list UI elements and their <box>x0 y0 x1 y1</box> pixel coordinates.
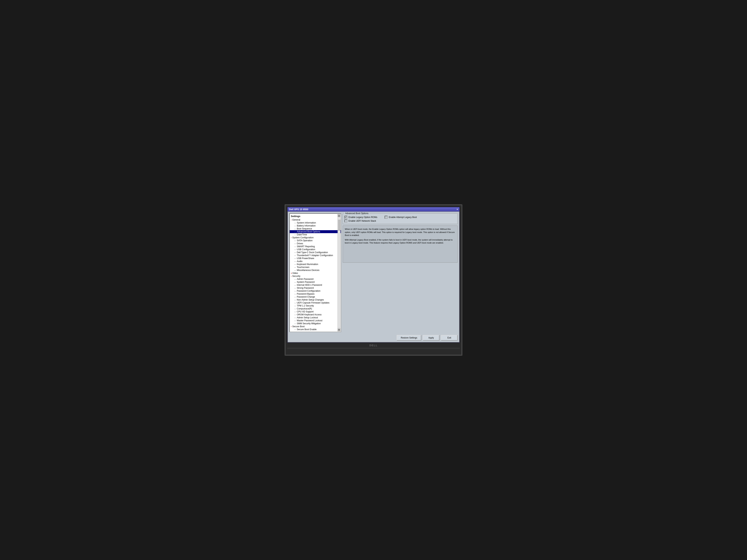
sidebar-item-cpu-xd-support[interactable]: —CPU XD Support <box>290 310 341 313</box>
enable-legacy-option-roms-checkbox[interactable] <box>344 216 347 219</box>
sidebar-item-advanced-boot-options[interactable]: —Advanced Boot Options <box>290 230 341 233</box>
sidebar-item-miscellaneous-devices[interactable]: —Miscellaneous Devices <box>290 269 341 272</box>
sidebar-item-computrace[interactable]: —Computrace(R) <box>290 307 341 310</box>
sidebar-item-system-information[interactable]: —System Information <box>290 221 341 224</box>
sub-label-usb-powershare: USB PowerShare <box>297 257 314 260</box>
main-panel: Advanced Boot Options Enable Legacy Opti… <box>343 213 458 332</box>
sub-label-uefi-capsule: UEFI Capsule Firmware Updates <box>297 301 329 304</box>
category-label-general: General <box>292 218 300 221</box>
tree-dash: — <box>294 317 296 319</box>
tree-dash: — <box>294 225 296 227</box>
scrollbar-track <box>338 217 340 328</box>
tree-dash: — <box>294 234 296 236</box>
sub-label-orom-keyboard: OROM Keyboard Access <box>297 313 321 316</box>
tree-dash: — <box>294 228 296 230</box>
tree-dash: — <box>294 293 296 295</box>
sidebar-item-uefi-capsule[interactable]: —UEFI Capsule Firmware Updates <box>290 301 341 304</box>
sidebar-item-admin-setup-lockout[interactable]: —Admin Setup Lockout <box>290 316 341 319</box>
tree-dash: — <box>294 308 296 310</box>
sidebar-item-password-configuration[interactable]: —Password Configuration <box>290 289 341 292</box>
sub-label-dell-type-c: Dell Type-C Dock Configuration <box>297 251 328 254</box>
sub-label-date-time: Date/Time <box>297 233 307 236</box>
tree-dash: — <box>294 222 296 224</box>
sidebar-item-touchscreen[interactable]: —Touchscreen <box>290 266 341 269</box>
sidebar-item-orom-keyboard[interactable]: —OROM Keyboard Access <box>290 313 341 316</box>
tree-dash: — <box>294 231 296 233</box>
sidebar-item-master-password-lockout[interactable]: —Master Password Lockout <box>290 319 341 322</box>
sidebar-item-smart-reporting[interactable]: —SMART Reporting <box>290 245 341 248</box>
sidebar-item-non-admin-setup-changes[interactable]: —Non-Admin Setup Changes <box>290 298 341 301</box>
sidebar-item-secure-boot[interactable]: − Secure Boot <box>290 325 341 328</box>
sidebar-item-password-bypass[interactable]: —Password Bypass <box>290 292 341 295</box>
sub-label-system-password: System Password <box>297 281 315 283</box>
section-label: Advanced Boot Options <box>344 212 369 215</box>
sidebar-item-system-configuration[interactable]: − System Configuration <box>290 236 341 239</box>
sidebar-item-video[interactable]: + Video <box>290 272 341 275</box>
category-label-video: Video <box>292 272 298 274</box>
expand-icon-secure-boot: − <box>291 325 292 327</box>
sidebar-item-battery-information[interactable]: —Battery Information <box>290 224 341 227</box>
sub-label-boot-sequence: Boot Sequence <box>297 228 312 230</box>
apply-button[interactable]: Apply <box>423 335 439 341</box>
sub-label-secure-boot-enable: Secure Boot Enable <box>297 328 317 331</box>
tree-dash: — <box>294 260 296 262</box>
settings-panel[interactable]: Settings − General—System Information—Ba… <box>289 213 341 332</box>
sidebar-item-password-change[interactable]: —Password Change <box>290 295 341 298</box>
description-paragraph: When in UEFI boot mode, the Enable Legac… <box>345 228 456 237</box>
category-label-system-configuration: System Configuration <box>292 236 314 239</box>
scroll-up-button[interactable]: ▲ <box>338 214 340 217</box>
tree-dash: — <box>294 278 296 280</box>
sidebar-item-general[interactable]: − General <box>290 218 341 221</box>
enable-uefi-network-stack-label: Enable UEFI Network Stack <box>349 220 376 222</box>
tree-dash: — <box>294 255 296 257</box>
sidebar-item-internal-hdd1-password[interactable]: —Internal HDD-1 Password <box>290 284 341 287</box>
enable-attempt-legacy-boot-checkbox[interactable] <box>385 216 388 219</box>
sidebar-item-usb-powershare[interactable]: —USB PowerShare <box>290 257 341 260</box>
sub-label-internal-hdd1-password: Internal HDD-1 Password <box>297 284 322 286</box>
tree-dash: — <box>294 287 296 289</box>
sidebar-item-smm-security[interactable]: —SMM Security Mitigation <box>290 322 341 325</box>
tree-dash: — <box>294 251 296 254</box>
sidebar-item-date-time[interactable]: —Date/Time <box>290 233 341 236</box>
bios-window: Settings − General—System Information—Ba… <box>287 212 460 342</box>
tree-dash: — <box>294 269 296 271</box>
sub-label-smart-reporting: SMART Reporting <box>297 245 315 248</box>
enable-uefi-network-stack-item: Enable UEFI Network Stack <box>344 219 376 222</box>
close-button[interactable]: × <box>457 208 458 211</box>
expand-icon-general: − <box>291 219 292 221</box>
option-row-1: Enable Legacy Option ROMs Enable Attempt… <box>344 216 456 219</box>
sub-label-admin-setup-lockout: Admin Setup Lockout <box>297 316 318 319</box>
sidebar-item-thunderbolt[interactable]: —Thunderbolt™ Adapter Configuration <box>290 254 341 257</box>
sidebar-item-secure-boot-enable[interactable]: —Secure Boot Enable <box>290 328 341 331</box>
sidebar-item-admin-password[interactable]: —Admin Password <box>290 277 341 281</box>
sidebar-item-keyboard-illumination[interactable]: —Keyboard Illumination <box>290 263 341 266</box>
sub-label-audio: Audio <box>297 260 303 263</box>
sidebar-item-system-password[interactable]: —System Password <box>290 281 341 284</box>
sidebar-item-drives[interactable]: —Drives <box>290 242 341 245</box>
sidebar-item-tpm-security[interactable]: —TPM 1.2 Security <box>290 304 341 307</box>
scrollbar-thumb[interactable] <box>338 219 340 231</box>
sidebar-item-boot-sequence[interactable]: —Boot Sequence <box>290 227 341 230</box>
sidebar-item-audio[interactable]: —Audio <box>290 260 341 263</box>
sidebar-item-sata-operation[interactable]: —SATA Operation <box>290 239 341 242</box>
sub-label-keyboard-illumination: Keyboard Illumination <box>297 263 318 266</box>
sub-label-tpm-security: TPM 1.2 Security <box>297 304 314 307</box>
exit-button[interactable]: Exit <box>441 335 458 341</box>
tree-dash: — <box>294 245 296 247</box>
sub-label-non-admin-setup-changes: Non-Admin Setup Changes <box>297 298 324 301</box>
sidebar-item-usb-configuration[interactable]: —USB Configuration <box>290 248 341 251</box>
window-title: Dell XPS 15 9550 <box>289 208 308 211</box>
sidebar-item-security[interactable]: − Security <box>290 275 341 277</box>
sub-label-usb-configuration: USB Configuration <box>297 248 315 251</box>
enable-uefi-network-stack-checkbox[interactable] <box>344 219 347 222</box>
sub-label-thunderbolt: Thunderbolt™ Adapter Configuration <box>297 254 333 257</box>
sidebar-item-dell-type-c[interactable]: —Dell Type-C Dock Configuration <box>290 251 341 254</box>
enable-attempt-legacy-boot-label: Enable Attempt Legacy Boot <box>389 216 417 218</box>
tree-dash: — <box>294 305 296 307</box>
tree-dash: — <box>294 266 296 268</box>
expand-icon-system-configuration: − <box>291 237 292 239</box>
sub-label-battery-information: Battery Information <box>297 224 315 227</box>
sidebar-item-strong-password[interactable]: —Strong Password <box>290 287 341 289</box>
restore-settings-button[interactable]: Restore Settings <box>397 335 421 341</box>
scroll-down-button[interactable]: ▼ <box>338 328 340 331</box>
